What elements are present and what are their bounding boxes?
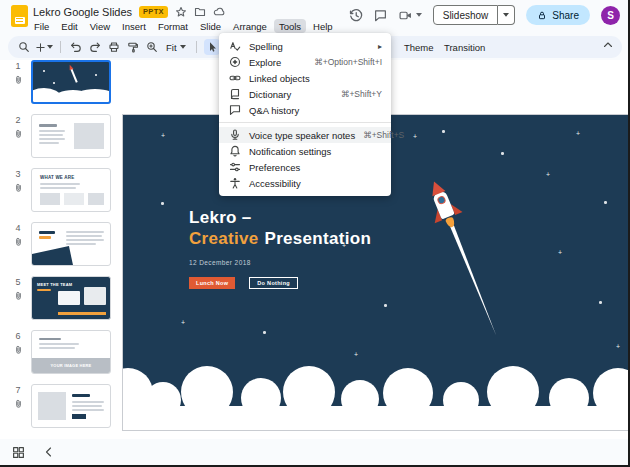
slide-number[interactable]: 6: [15, 331, 20, 341]
select-tool-icon[interactable]: [204, 39, 220, 55]
menu-item-spelling[interactable]: Spelling ▸: [219, 38, 391, 54]
slides-logo[interactable]: [11, 5, 28, 27]
slide-number[interactable]: 3: [15, 169, 20, 179]
slide-thumbnail-2[interactable]: [31, 114, 111, 158]
star-icon[interactable]: [175, 6, 187, 18]
slide-number[interactable]: 5: [15, 277, 20, 287]
slide-number[interactable]: 4: [15, 223, 20, 233]
camera-meet-icon: [398, 9, 413, 22]
submenu-arrow-icon: ▸: [378, 42, 382, 51]
hide-menus-icon[interactable]: [602, 39, 614, 51]
menu-item-notification-settings[interactable]: Notification settings: [219, 143, 391, 159]
rocket-illustration[interactable]: [417, 175, 522, 365]
star-decoration: [442, 130, 445, 133]
share-button[interactable]: Share: [526, 5, 590, 25]
do-nothing-button[interactable]: Do Nothing: [249, 277, 298, 289]
slide-thumbnail-6[interactable]: YOUR IMAGE HERE: [31, 330, 111, 374]
filmstrip: 1 2 3: [0, 60, 118, 437]
slide-number[interactable]: 2: [15, 115, 20, 125]
menu-item-dictionary[interactable]: Dictionary ⌘+Shift+Y: [219, 86, 391, 102]
chevron-down-icon: [180, 45, 186, 49]
cloud-bump: [549, 378, 589, 418]
version-history-icon[interactable]: [349, 8, 363, 22]
transition-button[interactable]: Transition: [444, 36, 485, 58]
slide-row-3: 3 WHAT WE ARE: [10, 168, 118, 212]
menu-arrange[interactable]: Arrange: [228, 19, 272, 33]
account-avatar[interactable]: S: [601, 6, 620, 25]
star-decoration: +: [413, 133, 417, 140]
chevron-down-icon: [503, 13, 509, 17]
slide-row-2: 2: [10, 114, 118, 158]
slide-number[interactable]: 7: [15, 385, 20, 395]
cloud-bump: [383, 368, 433, 418]
toolbar-divider: [196, 41, 197, 53]
slide-thumbnail-4[interactable]: [31, 222, 111, 266]
paperclip-icon: [14, 74, 23, 85]
slideshow-dropdown-button[interactable]: [498, 5, 515, 25]
paint-format-icon[interactable]: [125, 39, 141, 55]
menu-insert[interactable]: Insert: [117, 19, 151, 33]
chevron-down-icon: [416, 13, 422, 17]
theme-button[interactable]: Theme: [404, 36, 434, 58]
move-folder-icon[interactable]: [194, 6, 206, 18]
star-decoration: [161, 202, 164, 205]
document-title[interactable]: Lekro Google Slides: [33, 6, 132, 18]
comments-icon[interactable]: [374, 9, 387, 22]
meet-camera-button[interactable]: [398, 9, 422, 22]
new-slide-button[interactable]: [35, 42, 53, 53]
slide-text-block[interactable]: Lekro – CreativePresentation 12 December…: [189, 207, 371, 289]
rocket-flame: [445, 216, 456, 228]
redo-icon[interactable]: [87, 39, 103, 55]
menu-item-qa-history[interactable]: Q&A history: [219, 102, 391, 118]
slide-title-line2[interactable]: CreativePresentation: [189, 228, 371, 249]
menu-item-explore[interactable]: Explore ⌘+Option+Shift+I: [219, 54, 391, 70]
star-decoration: +: [181, 319, 185, 326]
menu-item-preferences[interactable]: Preferences: [219, 159, 391, 175]
zoom-icon[interactable]: [144, 39, 160, 55]
cloud-status-icon[interactable]: [213, 6, 225, 18]
undo-icon[interactable]: [68, 39, 84, 55]
zoom-fit-select[interactable]: Fit: [163, 42, 189, 53]
slide-thumbnail-7[interactable]: [31, 384, 111, 428]
star-decoration: +: [616, 343, 620, 350]
menu-tools[interactable]: Tools: [274, 19, 306, 33]
slide-number[interactable]: 1: [15, 61, 20, 71]
menu-file[interactable]: File: [29, 19, 54, 33]
collapse-filmstrip-icon[interactable]: [43, 446, 55, 458]
mini-rocket: [70, 68, 77, 83]
star-decoration: +: [546, 171, 550, 178]
menu-separator: [219, 122, 391, 123]
microphone-icon: [228, 129, 241, 142]
slide-row-4: 4: [10, 222, 118, 266]
menu-item-voice-type-speaker-notes[interactable]: Voice type speaker notes ⌘+Shift+S: [219, 127, 391, 143]
grid-view-icon[interactable]: [12, 446, 25, 459]
print-icon[interactable]: [106, 39, 122, 55]
paperclip-icon: [14, 344, 23, 355]
qa-history-icon: [228, 104, 241, 117]
search-menus-icon[interactable]: [16, 39, 32, 55]
tools-dropdown-menu: Spelling ▸ Explore ⌘+Option+Shift+I Link…: [219, 33, 391, 196]
star-decoration: [501, 152, 504, 155]
linked-objects-icon: [228, 72, 241, 85]
slide-date[interactable]: 12 December 2018: [189, 259, 371, 266]
slide-thumbnail-3[interactable]: WHAT WE ARE: [31, 168, 111, 212]
slideshow-button[interactable]: Slideshow: [433, 5, 499, 25]
chevron-down-icon: [47, 45, 53, 49]
menu-view[interactable]: View: [85, 19, 115, 33]
lunch-now-button[interactable]: Lunch Now: [189, 277, 235, 289]
menu-slide[interactable]: Slide: [195, 19, 226, 33]
menu-item-accessibility[interactable]: Accessibility: [219, 175, 391, 191]
slide-thumbnail-1[interactable]: [31, 60, 111, 104]
star-decoration: [604, 201, 607, 204]
menu-edit[interactable]: Edit: [56, 19, 82, 33]
menu-item-linked-objects[interactable]: Linked objects: [219, 70, 391, 86]
cloud-bump: [443, 382, 479, 418]
pptx-badge: PPTX: [139, 6, 168, 18]
menu-format[interactable]: Format: [153, 19, 193, 33]
slide-row-1: 1: [10, 60, 118, 104]
slide-row-7: 7: [10, 384, 118, 428]
menu-help[interactable]: Help: [308, 19, 338, 33]
slide-thumbnail-5[interactable]: MEET THE TEAM: [31, 276, 111, 320]
slide-title-line1[interactable]: Lekro –: [189, 207, 371, 228]
plus-icon: [35, 42, 46, 53]
